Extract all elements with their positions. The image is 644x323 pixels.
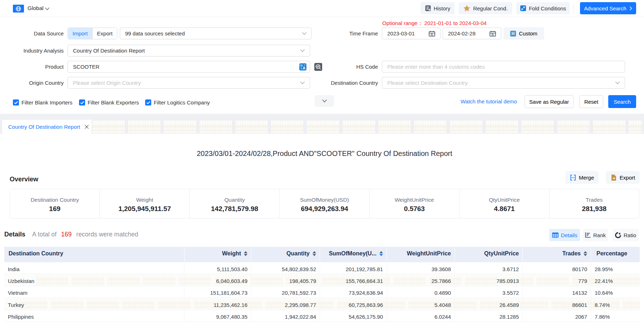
svg-text:A: A: [303, 66, 306, 70]
svg-text:⌘: ⌘: [511, 31, 515, 36]
